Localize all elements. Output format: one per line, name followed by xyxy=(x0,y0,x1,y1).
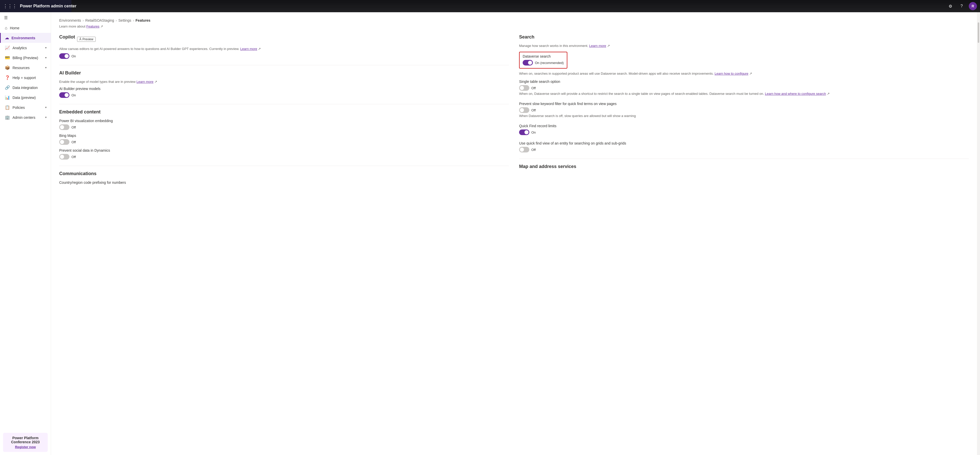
sidebar-item-data-integration[interactable]: 🔗 Data integration xyxy=(0,82,51,92)
sidebar-item-label: Analytics xyxy=(13,46,43,50)
sidebar-item-admin-centers[interactable]: 🏢 Admin centers ▾ xyxy=(0,113,51,122)
sidebar-item-policies[interactable]: 📋 Policies ▾ xyxy=(0,103,51,113)
social-data-toggle-label: Off xyxy=(72,155,76,159)
communications-section: Communications Country/region code prefi… xyxy=(59,171,509,185)
chevron-down-icon: ▾ xyxy=(45,66,47,69)
two-column-layout: Copilot Ā Preview Allow canvas editors t… xyxy=(59,35,969,191)
dataverse-search-label: Dataverse search xyxy=(523,54,564,59)
bing-maps-toggle[interactable] xyxy=(59,139,69,145)
quick-find-limits-toggle[interactable] xyxy=(519,130,529,135)
learn-more-bar: Learn more about Features ↗ xyxy=(59,24,969,28)
copilot-toggle[interactable] xyxy=(59,53,69,59)
promo-register-link[interactable]: Register now xyxy=(15,445,36,449)
sidebar-item-resources[interactable]: 📦 Resources ▾ xyxy=(0,63,51,73)
quick-find-limits-label: Quick Find record limits xyxy=(519,124,969,128)
breadcrumb-environments[interactable]: Environments xyxy=(59,18,81,22)
sidebar-item-label: Help + support xyxy=(13,76,47,80)
slow-keyword-section: Prevent slow keyword filter for quick fi… xyxy=(519,102,969,118)
main-content: Environments › RetailSOAStaging › Settin… xyxy=(51,12,977,455)
help-icon[interactable]: ? xyxy=(958,2,966,10)
sidebar-item-home[interactable]: ⌂ Home xyxy=(0,23,51,33)
embedded-content-title: Embedded content xyxy=(59,109,509,115)
bing-maps-toggle-label: Off xyxy=(72,140,76,144)
sidebar-item-label: Billing (Preview) xyxy=(13,56,43,60)
sidebar-item-label: Policies xyxy=(13,106,43,109)
waffle-menu-icon[interactable]: ⋮⋮⋮ xyxy=(3,3,17,9)
help-support-icon: ❓ xyxy=(5,75,10,80)
social-data-toggle[interactable] xyxy=(59,154,69,160)
external-link-icon: ↗ xyxy=(258,47,261,51)
dataverse-search-description: When on, searches in supported product a… xyxy=(519,71,969,75)
breadcrumb-settings[interactable]: Settings xyxy=(118,18,131,22)
quick-find-view-toggle-row: Off xyxy=(519,147,969,152)
external-link-icon: ↗ xyxy=(154,80,157,84)
sidebar-item-data-preview[interactable]: 📊 Data (preview) xyxy=(0,92,51,103)
resources-icon: 📦 xyxy=(5,65,10,70)
sidebar-collapse-button[interactable]: ☰ xyxy=(0,12,51,23)
single-table-search-label: Single table search option xyxy=(519,79,969,84)
single-table-toggle[interactable] xyxy=(519,85,529,91)
ai-builder-title: AI Builder xyxy=(59,70,509,76)
sidebar-item-analytics[interactable]: 📈 Analytics ▾ xyxy=(0,43,51,53)
sidebar-item-label: Environments xyxy=(11,36,47,40)
learn-more-prefix: Learn more about xyxy=(59,24,86,28)
settings-icon[interactable]: ⚙ xyxy=(946,2,955,10)
right-column: Search Manage how search works in this e… xyxy=(519,35,969,191)
map-title: Map and address services xyxy=(519,164,969,169)
app-title: Power Platform admin center xyxy=(20,4,76,8)
learn-more-link[interactable]: Features xyxy=(86,24,99,28)
sidebar-item-billing[interactable]: 💳 Billing (Preview) ▾ xyxy=(0,53,51,63)
dataverse-search-toggle[interactable] xyxy=(523,60,533,65)
external-link-icon: ↗ xyxy=(749,71,752,75)
policies-icon: 📋 xyxy=(5,105,10,110)
analytics-icon: 📈 xyxy=(5,45,10,50)
power-bi-toggle[interactable] xyxy=(59,124,69,130)
ai-builder-learn-more[interactable]: Learn more xyxy=(137,80,153,84)
promo-title: Power Platform Conference 2023 xyxy=(6,436,45,444)
preview-badge: Ā Preview xyxy=(77,37,96,42)
billing-icon: 💳 xyxy=(5,55,10,60)
breadcrumb-separator: › xyxy=(83,18,84,22)
bing-maps-toggle-row: Off xyxy=(59,139,509,145)
slow-keyword-toggle-label: Off xyxy=(531,108,536,112)
dataverse-search-toggle-label: On (recommended) xyxy=(535,61,564,65)
sidebar-item-label: Admin centers xyxy=(13,116,43,120)
preview-icon: Ā xyxy=(80,38,81,41)
scrollbar[interactable] xyxy=(977,12,980,455)
copilot-learn-more-link[interactable]: Learn more xyxy=(240,47,257,51)
sidebar: ☰ ⌂ Home ☁ Environments 📈 Analytics ▾ 💳 … xyxy=(0,12,51,455)
search-learn-more-link[interactable]: Learn more xyxy=(589,44,606,48)
breadcrumb: Environments › RetailSOAStaging › Settin… xyxy=(59,18,969,22)
quick-find-limits-toggle-row: On xyxy=(519,130,969,135)
copilot-description: Allow canvas editors to get AI-powered a… xyxy=(59,47,509,51)
quick-find-view-label: Use quick find view of an entity for sea… xyxy=(519,141,969,145)
external-link-icon: ↗ xyxy=(100,24,103,28)
copilot-title: Copilot xyxy=(59,35,75,40)
ai-builder-section: AI Builder Enable the usage of model typ… xyxy=(59,70,509,98)
breadcrumb-retail[interactable]: RetailSOAStaging xyxy=(85,18,114,22)
home-icon: ⌂ xyxy=(5,26,7,30)
chevron-down-icon: ▾ xyxy=(45,56,47,59)
ai-builder-toggle[interactable] xyxy=(59,92,69,98)
search-description: Manage how search works in this environm… xyxy=(519,44,969,48)
sidebar-item-label: Data (preview) xyxy=(13,95,47,100)
main-layout: ☰ ⌂ Home ☁ Environments 📈 Analytics ▾ 💳 … xyxy=(0,12,980,455)
scrollbar-thumb[interactable] xyxy=(978,22,979,43)
external-link-icon: ↗ xyxy=(607,44,610,48)
bing-maps-label: Bing Maps xyxy=(59,133,509,138)
single-table-configure-link[interactable]: Learn how and where to configure search xyxy=(765,92,826,95)
sidebar-item-help-support[interactable]: ❓ Help + support xyxy=(0,73,51,82)
quick-find-limits-section: Quick Find record limits On xyxy=(519,124,969,135)
quick-find-view-toggle[interactable] xyxy=(519,147,529,152)
dataverse-configure-link[interactable]: Learn how to configure xyxy=(714,71,748,75)
slow-keyword-toggle[interactable] xyxy=(519,107,529,113)
social-data-toggle-row: Off xyxy=(59,154,509,160)
ai-builder-preview-label: AI Builder preview models xyxy=(59,87,509,91)
ai-builder-toggle-row: On xyxy=(59,92,509,98)
breadcrumb-separator: › xyxy=(116,18,117,22)
country-code-label: Country/region code prefixing for number… xyxy=(59,181,509,185)
embedded-content-section: Embedded content Power BI visualization … xyxy=(59,109,509,160)
user-avatar[interactable]: R xyxy=(969,2,977,10)
chevron-down-icon: ▾ xyxy=(45,106,47,109)
sidebar-item-environments[interactable]: ☁ Environments xyxy=(0,33,51,43)
